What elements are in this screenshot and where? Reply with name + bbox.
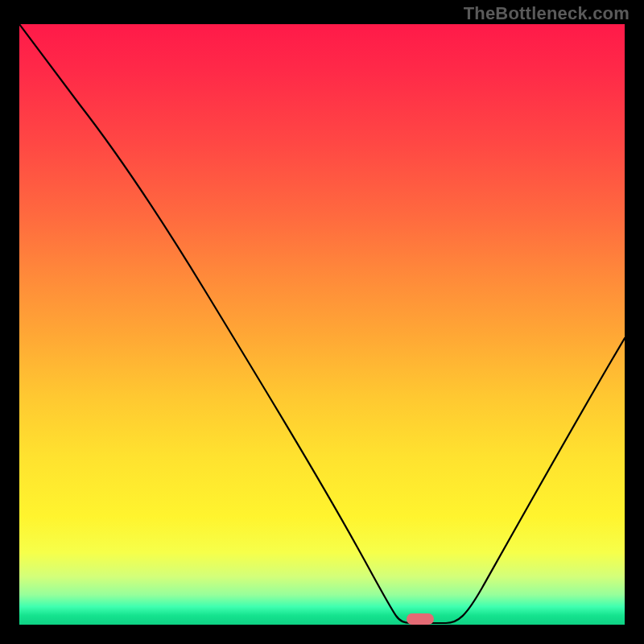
optimal-marker (407, 613, 434, 625)
bottleneck-curve-path (19, 24, 625, 623)
bottleneck-curve (19, 24, 625, 625)
watermark-text: TheBottleneck.com (464, 3, 630, 24)
chart-frame: TheBottleneck.com (0, 0, 644, 644)
